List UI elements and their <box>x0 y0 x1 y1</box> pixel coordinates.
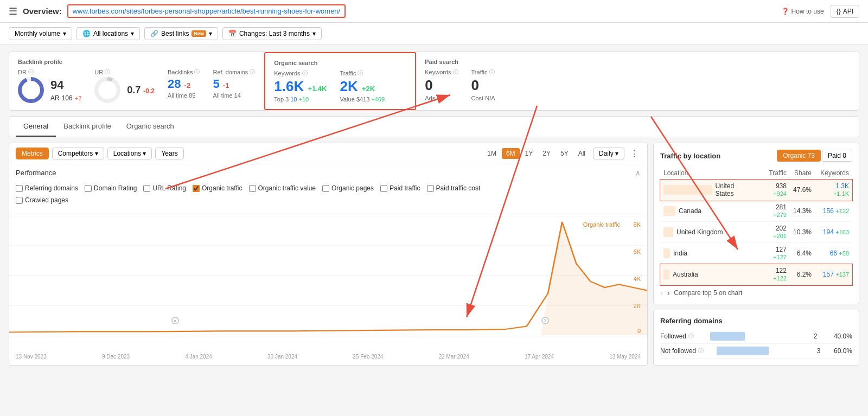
ref-domains-info-icon[interactable]: ⓘ <box>250 68 255 76</box>
checkbox-organic-pages[interactable]: Organic pages <box>322 184 374 192</box>
dr-value: 94 <box>50 78 81 92</box>
ref-domains-title: Referring domains <box>660 317 852 325</box>
ar-change: +2 <box>75 95 82 101</box>
chart-area: 8K 6K 4K 2K 0 Organic traffic <box>9 210 647 351</box>
metrics-row: Backlink profile DR ⓘ 94 <box>9 52 859 111</box>
dr-info-icon[interactable]: ⓘ <box>28 68 34 76</box>
paid-search-section: Paid search Keywords ⓘ 0 Ads 0 Traffic <box>416 52 568 110</box>
location-bar <box>663 248 670 258</box>
paid-keywords-metric: Keywords ⓘ 0 Ads 0 <box>425 68 458 101</box>
organic-search-section: Organic search Keywords ⓘ 1.6K +1.4K Top… <box>264 52 416 110</box>
checkboxes-row: Referring domains Domain Rating URL Rati… <box>9 181 647 196</box>
chevron-down-icon: ▾ <box>615 150 618 157</box>
paid-traffic-metric: Traffic ⓘ 0 Cost N/A <box>471 68 495 101</box>
location-name: United States <box>716 182 755 197</box>
more-options-icon[interactable]: ⋮ <box>628 149 641 159</box>
period-2y[interactable]: 2Y <box>538 148 555 159</box>
checkbox-paid-traffic[interactable]: Paid traffic <box>380 184 420 192</box>
performance-header: Performance ∧ <box>9 164 647 181</box>
organic-kw-info-icon[interactable]: ⓘ <box>302 69 308 77</box>
organic-traffic-metric: Traffic ⓘ 2K +2K Value $413 +409 <box>340 69 385 103</box>
chevron-down-icon: ▾ <box>209 30 212 37</box>
location-name: United Kingdom <box>676 228 723 236</box>
ur-change: -0.2 <box>143 87 155 95</box>
tabs-row: General Backlink profile Organic search <box>9 116 859 137</box>
organic-traffic-info-icon[interactable]: ⓘ <box>358 69 363 77</box>
next-page-btn[interactable]: › <box>667 289 670 297</box>
how-to-button[interactable]: ❓ How to use <box>781 8 824 15</box>
ref-domains-metric: Ref. domains ⓘ 5 -1 All time 14 <box>213 68 255 99</box>
tab-general[interactable]: General <box>16 117 56 137</box>
checkbox-crawled-pages[interactable]: Crawled pages <box>16 196 68 204</box>
checkbox-organic-traffic[interactable]: Organic traffic <box>193 184 242 192</box>
col-location: Location <box>660 167 757 180</box>
ur-info-icon[interactable]: ⓘ <box>105 68 110 76</box>
changes-btn[interactable]: 📅 Changes: Last 3 months ▾ <box>222 27 322 40</box>
location-table-row: India 127 +127 6.4% 66 +58 <box>660 243 852 264</box>
chart-toolbar: Metrics Competitors ▾ Locations ▾ Years … <box>9 143 647 164</box>
backlinks-alltime: All time 85 <box>168 92 200 99</box>
best-links-btn[interactable]: 🔗 Best links New ▾ <box>144 27 218 40</box>
paid-kw-info-icon[interactable]: ⓘ <box>453 68 458 76</box>
pagination-row: ‹ › Compare top 5 on chart <box>660 285 852 297</box>
ur-circle <box>94 77 120 103</box>
tab-backlink-profile[interactable]: Backlink profile <box>56 117 118 137</box>
ref-domains-value: 5 -1 <box>213 77 255 91</box>
organic-paid-toggle: Organic 73 Paid 0 <box>777 150 852 162</box>
daily-btn[interactable]: Daily ▾ <box>593 148 624 159</box>
url-display[interactable]: www.forbes.com/sites/forbes-personal-sho… <box>67 4 346 18</box>
organic-traffic-value: 2K +2K <box>340 78 385 95</box>
period-1y[interactable]: 1Y <box>521 148 538 159</box>
period-all[interactable]: All <box>574 148 590 159</box>
metrics-btn[interactable]: Metrics <box>16 148 49 159</box>
api-button[interactable]: {} API <box>831 5 859 18</box>
backlink-profile-title: Backlink profile <box>18 59 255 65</box>
organic-keywords-metric: Keywords ⓘ 1.6K +1.4K Top 3 10 +10 <box>274 69 327 103</box>
header: ☰ Overview: www.forbes.com/sites/forbes-… <box>0 0 868 23</box>
svg-marker-5 <box>541 222 647 335</box>
tab-organic-search[interactable]: Organic search <box>119 117 182 137</box>
competitors-btn[interactable]: Competitors ▾ <box>52 148 104 159</box>
organic-search-title: Organic search <box>274 60 406 66</box>
paid-traffic-info-icon[interactable]: ⓘ <box>489 68 495 76</box>
checkbox-organic-traffic-value[interactable]: Organic traffic value <box>249 184 316 192</box>
backlinks-info-icon[interactable]: ⓘ <box>194 68 200 76</box>
period-5y[interactable]: 5Y <box>556 148 573 159</box>
checkbox-domain-rating[interactable]: Domain Rating <box>85 184 137 192</box>
prev-page-btn[interactable]: ‹ <box>660 289 663 297</box>
checkbox-referring-domains[interactable]: Referring domains <box>16 184 78 192</box>
paid-toggle-btn[interactable]: Paid 0 <box>822 150 852 162</box>
chart-column: Metrics Competitors ▾ Locations ▾ Years … <box>9 143 648 366</box>
organic-keywords-value: 1.6K +1.4K <box>274 78 327 95</box>
organic-toggle-btn[interactable]: Organic 73 <box>777 150 821 162</box>
paid-traffic-value: 0 <box>471 77 495 94</box>
period-6m[interactable]: 6M <box>502 148 520 159</box>
link-icon: 🔗 <box>150 30 158 37</box>
years-btn[interactable]: Years <box>155 148 183 159</box>
location-table-row: Canada 281 +279 14.3% 156 +122 <box>660 201 852 222</box>
backlink-metrics-group: DR ⓘ 94 AR 106 +2 <box>18 68 255 103</box>
location-table-row: United Kingdom 202 +201 10.3% 194 +163 <box>660 222 852 243</box>
annotation-a: a <box>171 317 179 324</box>
ref-info-icon[interactable]: ⓘ <box>688 332 694 340</box>
panel-header: Traffic by location Organic 73 Paid 0 <box>660 150 852 162</box>
all-locations-btn[interactable]: 🌐 All locations ▾ <box>76 27 140 40</box>
ur-metric: UR ⓘ 0.7 -0.2 <box>94 68 155 103</box>
locations-btn[interactable]: Locations ▾ <box>107 148 152 159</box>
toolbar: Monthly volume ▾ 🌐 All locations ▾ 🔗 Bes… <box>0 23 868 45</box>
traffic-location-panel: Traffic by location Organic 73 Paid 0 <box>653 143 859 304</box>
period-1m[interactable]: 1M <box>483 148 501 159</box>
monthly-volume-btn[interactable]: Monthly volume ▾ <box>9 27 72 40</box>
checkbox-url-rating[interactable]: URL Rating <box>143 184 186 192</box>
dr-metric: DR ⓘ 94 AR 106 +2 <box>18 68 81 103</box>
menu-icon[interactable]: ☰ <box>9 5 17 17</box>
collapse-icon[interactable]: ∧ <box>635 169 641 177</box>
col-share: Share <box>790 167 815 180</box>
ref-domains-panel: Referring domains Followed ⓘ 2 40.0% Not… <box>653 310 859 366</box>
col-traffic: Traffic <box>757 167 790 180</box>
main-content: Backlink profile DR ⓘ 94 <box>0 45 868 372</box>
ref-info-icon[interactable]: ⓘ <box>698 347 704 355</box>
ur-value: 0.7 -0.2 <box>127 85 155 96</box>
location-name: Canada <box>679 207 701 215</box>
checkbox-paid-traffic-cost[interactable]: Paid traffic cost <box>427 184 481 192</box>
